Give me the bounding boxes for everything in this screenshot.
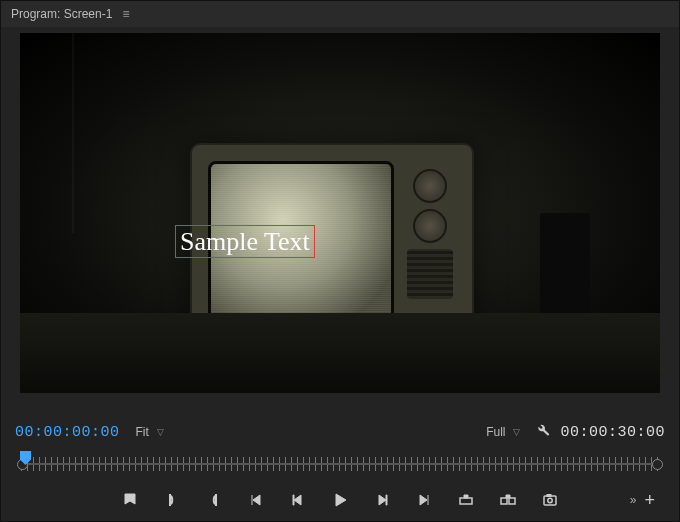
step-forward-button[interactable] [372,490,392,510]
step-back-button[interactable] [288,490,308,510]
ruler-track [21,463,659,465]
button-editor-plus-icon[interactable]: + [644,490,655,511]
go-to-in-button[interactable] [246,490,266,510]
ruler-end-handle[interactable] [652,459,663,470]
time-ruler[interactable] [15,449,665,479]
scene-tv-knob [413,209,447,243]
title-text-overlay[interactable]: Sample Text [175,225,315,258]
monitor-viewport[interactable]: Sample Text [20,33,660,393]
monitor-viewport-wrap: Sample Text [1,27,679,413]
more-buttons-icon[interactable]: » [630,493,637,507]
scene-tv-grille [407,249,453,299]
video-frame-background [20,33,660,393]
panel-header: Program: Screen-1 ≡ [1,1,679,27]
go-to-out-button[interactable] [414,490,434,510]
scene-floor [20,313,660,393]
mark-out-button[interactable] [204,490,224,510]
scene-wall-edge [72,33,74,233]
svg-point-4 [548,498,552,502]
zoom-dropdown[interactable]: Fit ▽ [130,423,170,441]
lift-button[interactable] [456,490,476,510]
svg-rect-1 [501,498,507,504]
panel-menu-icon[interactable]: ≡ [122,7,129,21]
add-marker-button[interactable] [120,490,140,510]
zoom-dropdown-label: Fit [136,425,149,439]
export-frame-button[interactable] [540,490,560,510]
settings-wrench-icon[interactable] [536,423,550,441]
svg-rect-5 [547,495,551,497]
chevron-down-icon: ▽ [513,427,520,437]
play-button[interactable] [330,490,350,510]
transport-bar: » + [15,479,665,521]
monitor-controls: 00:00:00:00 Fit ▽ Full ▽ 00:00:30:00 [1,413,679,521]
panel-title: Program: Screen-1 [11,7,112,21]
quality-dropdown-label: Full [486,425,505,439]
quality-dropdown[interactable]: Full ▽ [480,423,526,441]
svg-rect-3 [544,496,556,505]
program-monitor-panel: Program: Screen-1 ≡ Sample Text [0,0,680,522]
mark-in-button[interactable] [162,490,182,510]
current-timecode[interactable]: 00:00:00:00 [15,424,120,441]
duration-timecode[interactable]: 00:00:30:00 [560,424,665,441]
scene-tv-knob [413,169,447,203]
info-row: 00:00:00:00 Fit ▽ Full ▽ 00:00:30:00 [15,417,665,447]
button-editor-area: » + [630,490,655,511]
extract-button[interactable] [498,490,518,510]
scene-tv-controls [402,163,458,333]
chevron-down-icon: ▽ [157,427,164,437]
svg-rect-0 [460,498,472,504]
svg-rect-2 [509,498,515,504]
